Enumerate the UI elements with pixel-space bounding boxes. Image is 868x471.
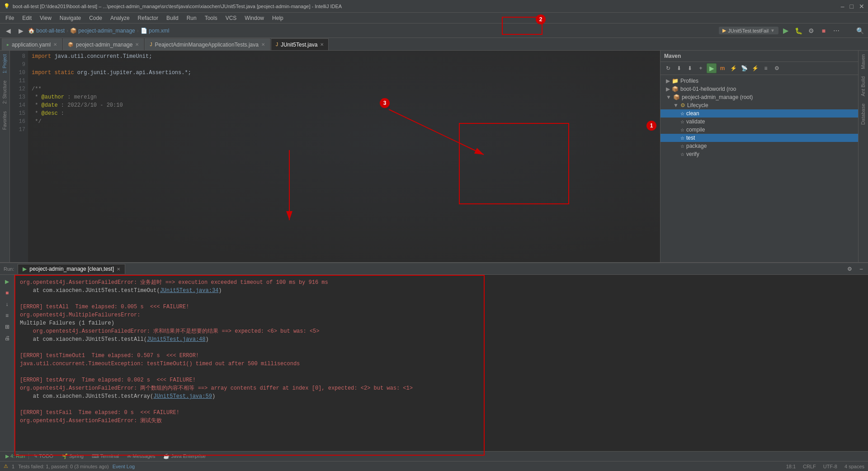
maven-phase-compile[interactable]: ☆ compile	[660, 126, 868, 134]
menu-file[interactable]: File	[2, 14, 18, 22]
maven-project1-item[interactable]: ▶ 📦 boot-01-helloworld (roo	[660, 85, 868, 93]
maven-phase-validate[interactable]: ☆ validate	[660, 118, 868, 126]
status-line-ending[interactable]: CRLF	[803, 464, 816, 469]
maven-thread-btn[interactable]: ⚡	[728, 63, 738, 73]
maven-phase-package[interactable]: ☆ package	[660, 142, 868, 150]
run-settings-btn[interactable]: ⚙	[844, 264, 854, 274]
menu-refactor[interactable]: Refactor	[134, 14, 162, 22]
bottom-tab-todo[interactable]: ✎ TODO	[30, 453, 57, 459]
tab-close-module[interactable]: ✕	[135, 42, 139, 47]
maven-lifecycle-item[interactable]: ▼ ⚙ Lifecycle	[660, 101, 868, 109]
search-everywhere-button[interactable]: 🔍	[854, 25, 865, 36]
bottom-tab-java-enterprise[interactable]: ☕ Java Enterprise	[160, 453, 209, 459]
link-junit5-34[interactable]: JUnit5Test.java:34	[160, 287, 219, 294]
phase-package-label: package	[686, 143, 707, 149]
coverage-button[interactable]: ⚙	[806, 25, 816, 36]
tab-module[interactable]: 📦 peoject-admin_manage ✕	[63, 38, 144, 50]
maven-run-btn[interactable]: ▶	[707, 63, 717, 73]
tab-app-tests[interactable]: J PeajectAdminManageApplicationTests.jav…	[145, 38, 269, 50]
close-button[interactable]: ✕	[859, 3, 864, 10]
editor-area[interactable]: 8 9 10 11 12 13 14 15 16 17 import java.…	[10, 51, 660, 272]
breadcrumb-root[interactable]: 🏠 boot-all-test	[28, 28, 65, 34]
run-print-btn[interactable]: 🖨	[2, 333, 12, 343]
maven-m-btn[interactable]: m	[717, 63, 727, 73]
maven-skip-tests-btn[interactable]: ⚡	[750, 63, 760, 73]
run-tab-close[interactable]: ✕	[117, 267, 120, 272]
maven-download-btn[interactable]: ⬇	[685, 63, 695, 73]
status-event-log[interactable]: Event Log	[113, 464, 135, 469]
bottom-tab-spring[interactable]: 🌱 Spring	[58, 453, 87, 459]
menu-view[interactable]: View	[36, 14, 55, 22]
status-indent[interactable]: 4 spaces	[844, 464, 864, 469]
stripe-ant[interactable]: Ant Build	[859, 73, 868, 100]
run-tabs-left: Run: ▶ peoject-admin_manage [clean,test]…	[2, 264, 125, 274]
run-scroll-btn[interactable]: ↓	[2, 299, 12, 309]
maven-settings-btn[interactable]: ⚙	[772, 63, 782, 73]
minimize-button[interactable]: –	[841, 3, 844, 10]
output-line-10: [ERROR] testTimeOut1 Time elapsed: 0.507…	[20, 352, 863, 360]
run-tab[interactable]: ▶ peoject-admin_manage [clean,test] ✕	[18, 264, 125, 274]
bottom-tab-terminal[interactable]: ⌨ Terminal	[88, 453, 123, 459]
maven-show-basic-btn[interactable]: ≡	[761, 63, 771, 73]
run-config-selector[interactable]: ▶ JUnit5Test.testFail ▼	[719, 27, 778, 34]
menu-code[interactable]: Code	[85, 14, 106, 22]
breadcrumb-file[interactable]: 📄 pom.xml	[141, 28, 170, 34]
tab-close-app-tests[interactable]: ✕	[261, 42, 265, 47]
maven-refresh-btn[interactable]: ↻	[663, 63, 673, 73]
menu-build[interactable]: Build	[163, 14, 182, 22]
run-content-area: ▶ ■ ↓ ≡ ⊞ 🖨 org.opentest4j.AssertionFail…	[0, 275, 868, 457]
menu-navigate[interactable]: Navigate	[56, 14, 85, 22]
stop-button[interactable]: ■	[818, 25, 829, 36]
menu-edit[interactable]: Edit	[19, 14, 35, 22]
run-expand-btn[interactable]: ⊞	[2, 322, 12, 332]
back-button[interactable]: ◀	[3, 25, 14, 36]
stripe-database[interactable]: Database	[859, 100, 868, 128]
output-line-11: java.util.concurrent.TimeoutException: t…	[20, 360, 863, 368]
maven-offline-btn[interactable]: 📡	[739, 63, 749, 73]
output-line-17: [ERROR] testFail Time elapsed: 0 s <<< F…	[20, 409, 863, 417]
maven-phase-verify[interactable]: ☆ verify	[660, 150, 868, 158]
maven-add-btn[interactable]: +	[696, 63, 706, 73]
maven-project2-item[interactable]: ▼ 📦 peoject-admin_manage (root)	[660, 93, 868, 101]
run-button[interactable]: ▶	[780, 25, 791, 36]
bottom-tab-messages[interactable]: ✉ Messages	[123, 453, 159, 459]
tab-application-yaml[interactable]: ▸ application.yaml ✕	[2, 38, 62, 50]
sidebar-item-structure[interactable]: 2: Structure	[1, 77, 8, 108]
tab-junit5test[interactable]: J JUnit5Test.java ✕	[271, 38, 329, 50]
more-toolbar-button[interactable]: ⋯	[831, 25, 842, 36]
run-filter-btn[interactable]: ≡	[2, 311, 12, 320]
maven-phase-test[interactable]: ☆ test	[660, 134, 868, 142]
menu-vcs[interactable]: VCS	[222, 14, 241, 22]
link-junit5-48[interactable]: JUnit5Test.java:48	[147, 336, 206, 343]
menu-run[interactable]: Run	[183, 14, 200, 22]
tab-close-yaml[interactable]: ✕	[53, 42, 57, 47]
menu-help[interactable]: Help	[269, 14, 287, 22]
run-close-btn[interactable]: –	[856, 264, 866, 274]
run-rerun-btn[interactable]: ▶	[2, 277, 12, 287]
maximize-button[interactable]: □	[850, 3, 854, 10]
sidebar-item-project[interactable]: 1: Project	[1, 51, 8, 77]
title-bar-controls[interactable]: – □ ✕	[841, 3, 864, 10]
output-line-8: at com.xiaochen.JUnit5Test.testAll(JUnit…	[20, 335, 863, 344]
maven-profiles-item[interactable]: ▶ 📁 Profiles	[660, 77, 868, 85]
run-output[interactable]: org.opentest4j.AssertionFailedError: 业务超…	[14, 275, 868, 457]
breadcrumb-module[interactable]: 📦 peoject-admin_manage	[70, 28, 135, 34]
status-encoding[interactable]: UTF-8	[823, 464, 837, 469]
sidebar-item-favorites[interactable]: Favorites	[1, 108, 8, 133]
output-line-9	[20, 344, 863, 352]
menu-tools[interactable]: Tools	[201, 14, 221, 22]
forward-button[interactable]: ▶	[15, 25, 26, 36]
run-stop-btn[interactable]: ■	[2, 288, 12, 298]
maven-phase-clean[interactable]: ☆ clean	[660, 109, 868, 118]
run-tab-label-text: Run:	[2, 266, 16, 272]
editor-content[interactable]: import java.util.concurrent.TimeUnit; im…	[28, 51, 660, 272]
tab-close-junit5test[interactable]: ✕	[320, 42, 324, 47]
debug-button[interactable]: 🐛	[793, 25, 804, 36]
link-junit5-59[interactable]: JUnit5Test.java:59	[153, 393, 212, 400]
menu-window[interactable]: Window	[241, 14, 268, 22]
menu-analyze[interactable]: Analyze	[107, 14, 133, 22]
bottom-tab-run[interactable]: ▶ 4: Run	[2, 453, 29, 459]
stripe-maven[interactable]: Maven	[859, 51, 868, 73]
run-config-dropdown-icon: ▼	[770, 28, 775, 33]
maven-reimport-btn[interactable]: ⬇	[674, 63, 684, 73]
